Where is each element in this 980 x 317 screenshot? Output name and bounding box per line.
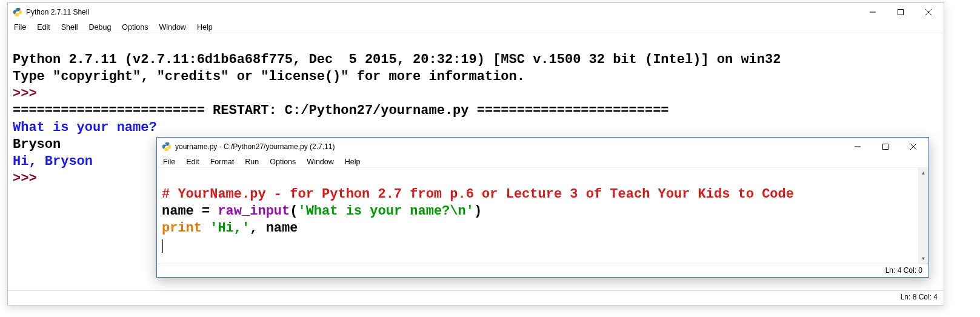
shell-restart-line: ======================== RESTART: C:/Pyt…: [13, 103, 669, 118]
minimize-button[interactable]: [859, 3, 887, 21]
scrollbar[interactable]: ▲ ▼: [918, 168, 928, 264]
shell-banner-line1: Python 2.7.11 (v2.7.11:6d1b6a68f775, Dec…: [13, 52, 781, 67]
shell-user-input: Bryson: [13, 137, 61, 152]
code-keyword: print: [162, 221, 202, 236]
menu-format[interactable]: Format: [209, 157, 236, 167]
editor-menubar: File Edit Format Run Options Window Help: [157, 156, 928, 168]
editor-status-text: Ln: 4 Col: 0: [885, 266, 922, 275]
menu-file[interactable]: File: [13, 22, 27, 32]
python-icon: [162, 142, 172, 152]
code-rest: , name: [250, 221, 298, 236]
scroll-up-icon[interactable]: ▲: [918, 168, 928, 178]
menu-help[interactable]: Help: [344, 157, 362, 167]
editor-title: yourname.py - C:/Python27/yourname.py (2…: [175, 142, 335, 151]
code-comment: # YourName.py - for Python 2.7 from p.6 …: [162, 187, 794, 202]
maximize-button[interactable]: [872, 138, 899, 156]
menu-window[interactable]: Window: [158, 22, 187, 32]
menu-options[interactable]: Options: [268, 157, 297, 167]
close-button[interactable]: [915, 3, 942, 21]
shell-menubar: File Edit Shell Debug Options Window Hel…: [8, 21, 944, 33]
svg-rect-1: [898, 10, 904, 15]
shell-titlebar[interactable]: Python 2.7.11 Shell: [8, 3, 944, 21]
shell-title: Python 2.7.11 Shell: [26, 8, 89, 16]
shell-statusbar: Ln: 8 Col: 4: [8, 290, 944, 302]
editor-window: yourname.py - C:/Python27/yourname.py (2…: [156, 137, 929, 278]
shell-stdout-greeting: Hi, Bryson: [13, 154, 93, 169]
code-paren-open: (: [290, 204, 298, 219]
menu-window[interactable]: Window: [305, 157, 335, 167]
code-string: 'What is your name?\n': [298, 204, 473, 219]
menu-run[interactable]: Run: [244, 157, 260, 167]
svg-rect-5: [883, 144, 888, 150]
editor-titlebar[interactable]: yourname.py - C:/Python27/yourname.py (2…: [157, 138, 928, 156]
menu-help[interactable]: Help: [196, 22, 214, 32]
menu-edit[interactable]: Edit: [36, 22, 52, 32]
editor-statusbar: Ln: 4 Col: 0: [157, 264, 928, 276]
scroll-down-icon[interactable]: ▼: [918, 253, 928, 264]
code-space: [202, 221, 210, 236]
maximize-button[interactable]: [887, 3, 915, 21]
shell-prompt: >>>: [13, 86, 45, 101]
text-cursor: [162, 239, 163, 253]
minimize-button[interactable]: [844, 138, 872, 156]
editor-content[interactable]: # YourName.py - for Python 2.7 from p.6 …: [157, 168, 928, 264]
close-button[interactable]: [899, 138, 927, 156]
menu-options[interactable]: Options: [121, 22, 149, 32]
menu-edit[interactable]: Edit: [185, 157, 201, 167]
code-paren-close: ): [474, 204, 482, 219]
code-assign: name =: [162, 204, 218, 219]
code-string: 'Hi,': [210, 221, 250, 236]
code-builtin: raw_input: [218, 204, 290, 219]
shell-banner-line2: Type "copyright", "credits" or "license(…: [13, 69, 525, 84]
menu-shell[interactable]: Shell: [60, 22, 79, 32]
shell-prompt-ready: >>>: [13, 171, 45, 186]
shell-stdout-prompt: What is your name?: [13, 120, 157, 135]
menu-file[interactable]: File: [162, 157, 176, 167]
menu-debug[interactable]: Debug: [88, 22, 113, 32]
python-icon: [13, 7, 22, 17]
shell-status-text: Ln: 8 Col: 4: [901, 293, 938, 301]
